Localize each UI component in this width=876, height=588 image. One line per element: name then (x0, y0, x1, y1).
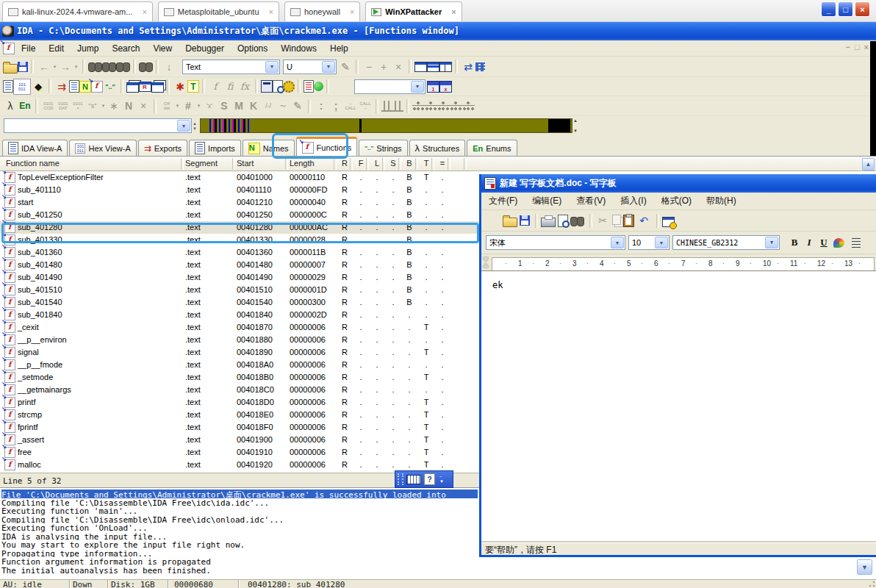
wordpad-menu-item[interactable]: 格式(O) (654, 195, 699, 207)
search-text-icon[interactable] (139, 62, 153, 71)
tab-names[interactable]: NNames (243, 140, 295, 156)
window-tile-horizontal-icon[interactable] (427, 62, 439, 72)
cut-icon[interactable]: ✂ (595, 213, 610, 228)
window-cascade-icon[interactable] (414, 62, 427, 72)
chevron-down-icon[interactable]: ▼ (611, 237, 624, 248)
column-header[interactable]: Segment (185, 159, 218, 168)
tab-enums[interactable]: EnEnums (467, 140, 517, 156)
window-list-icon[interactable] (475, 62, 485, 71)
spin-down-icon[interactable]: ▼ (193, 126, 199, 132)
wordpad-menu-item[interactable]: 插入(I) (613, 195, 653, 207)
exports-icon[interactable]: ⇉ (54, 79, 69, 94)
search-memory-icon[interactable] (88, 62, 102, 71)
number-dropdown-icon[interactable]: ▾ (195, 98, 202, 113)
menu-options[interactable]: Options (231, 43, 274, 54)
problems-list-icon[interactable] (304, 80, 314, 93)
column-separator[interactable] (464, 158, 467, 170)
wordpad-menu-item[interactable]: 文件(F) (481, 195, 525, 207)
column-separator[interactable] (398, 158, 401, 170)
wordpad-menu-item[interactable]: 查看(V) (569, 195, 613, 207)
window-tile-vertical-icon[interactable] (439, 62, 452, 72)
enums-tool-icon[interactable]: En (18, 98, 32, 113)
imports-icon[interactable] (69, 80, 79, 93)
window-switch-icon[interactable]: ⇄ (461, 60, 475, 74)
tab-imports[interactable]: Imports (189, 140, 241, 156)
chevron-down-icon[interactable]: ▼ (655, 237, 668, 248)
paste-icon[interactable] (623, 215, 634, 227)
chevron-down-icon[interactable]: ▼ (265, 61, 279, 73)
make-code-icon[interactable]: 0101 COD (41, 98, 56, 113)
find-icon[interactable] (570, 216, 584, 226)
chevron-down-icon[interactable]: ▼ (765, 237, 778, 248)
open-file-icon[interactable] (3, 64, 18, 74)
undefine-icon[interactable]: 0101 × (71, 98, 85, 113)
offset-dropdown-icon[interactable]: ▾ (174, 98, 181, 113)
column-separator[interactable] (181, 158, 184, 170)
column-header[interactable]: B (403, 159, 416, 168)
flow-chart-icon[interactable] (412, 101, 425, 111)
colon-icon[interactable]: : (314, 98, 328, 113)
vm-tab[interactable]: WinXPattacker× (365, 1, 462, 21)
column-header[interactable]: Function name (6, 159, 60, 168)
complement-icon[interactable]: ~ (276, 98, 290, 113)
wordpad-document[interactable]: ek (481, 270, 876, 542)
xrefs-from-graph-icon[interactable] (450, 101, 462, 111)
hex-view-icon[interactable]: 101 011 (13, 79, 31, 95)
ida-titlebar[interactable]: IDA - C:\Documents and Settings\Administ… (0, 22, 876, 40)
user-xrefs-graph-icon[interactable] (462, 101, 475, 111)
number-icon[interactable]: # (181, 98, 195, 113)
column-header[interactable]: Length (290, 159, 315, 168)
navigate-forward-icon[interactable]: → (58, 60, 73, 74)
strings-icon[interactable]: ".." (103, 79, 118, 94)
search-type-combo[interactable]: Text▼ (182, 60, 280, 74)
navigator-band[interactable] (200, 118, 572, 133)
minimize-button[interactable]: _ (821, 1, 836, 17)
restore-button[interactable]: □ (838, 1, 853, 17)
run-analysis-icon[interactable] (314, 82, 323, 91)
extern-call-in-icon[interactable]: → CALL (343, 98, 358, 113)
underline-button[interactable]: U (816, 235, 831, 250)
close-icon[interactable]: × (350, 7, 354, 16)
menu-search[interactable]: Search (105, 43, 146, 54)
mdi-minimize-button[interactable]: − (845, 43, 850, 51)
menu-view[interactable]: View (146, 43, 179, 54)
column-separator[interactable] (431, 158, 434, 170)
italic-button[interactable]: I (802, 235, 816, 250)
collapse-icon[interactable]: − (439, 474, 444, 479)
print-preview-icon[interactable] (558, 215, 568, 227)
enum-member-icon[interactable]: M (231, 98, 246, 113)
charset-combo[interactable]: CHINESE_GB2312 ▼ (672, 235, 780, 250)
xrefs-to-graph-icon[interactable] (437, 101, 450, 111)
make-array-icon[interactable]: ∗ (107, 98, 121, 113)
column-separator[interactable] (448, 158, 450, 170)
menu-file[interactable]: File (15, 43, 42, 54)
rename-icon[interactable]: N (121, 98, 136, 113)
context-help-icon[interactable]: ? (424, 473, 435, 485)
segments-icon[interactable] (126, 82, 139, 93)
functions-icon[interactable] (91, 81, 103, 93)
diamond-icon[interactable]: ◆ (31, 79, 46, 94)
column-separator[interactable] (382, 158, 385, 170)
chevron-down-icon[interactable]: ▼ (177, 120, 190, 132)
tab-structures[interactable]: λStructures (409, 140, 466, 156)
mdi-restore-button[interactable]: □ (855, 43, 860, 51)
function-chunk-icon[interactable]: fi (223, 79, 237, 94)
copy-icon[interactable] (612, 215, 621, 225)
menu-windows[interactable]: Windows (274, 43, 323, 54)
column-separator[interactable] (285, 158, 288, 170)
navigate-back-icon[interactable]: ← (37, 60, 51, 74)
new-document-icon[interactable] (486, 213, 500, 228)
calculator-icon[interactable] (261, 80, 273, 93)
font-color-icon[interactable] (831, 235, 846, 250)
script-file-icon[interactable] (273, 80, 283, 93)
delete-name-icon[interactable]: × (136, 98, 151, 113)
close-icon[interactable]: × (451, 7, 456, 16)
vm-tab[interactable]: honeywall× (284, 1, 360, 21)
disassembly-view-icon[interactable] (3, 80, 13, 93)
vm-tab[interactable]: Metasploitable_ubuntu× (158, 1, 279, 21)
scroll-up-icon[interactable]: ▲ (862, 158, 875, 171)
structures-tool-icon[interactable]: λ (3, 98, 18, 113)
search-direction-combo[interactable]: U▼ (283, 60, 337, 74)
bullet-list-icon[interactable] (852, 238, 861, 248)
vm-tab[interactable]: kali-linux-2024.4-vmware-am...× (2, 1, 153, 21)
